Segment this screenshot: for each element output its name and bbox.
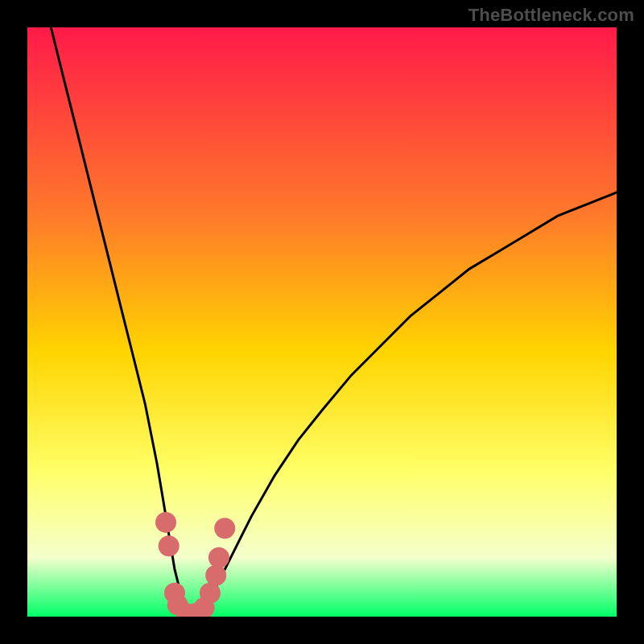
chart-svg <box>27 27 617 617</box>
curve-marker <box>214 518 235 539</box>
chart-frame: TheBottleneck.com <box>0 0 644 644</box>
curve-marker <box>205 565 226 586</box>
gradient-background <box>27 27 617 617</box>
plot-area <box>27 27 617 617</box>
watermark-text: TheBottleneck.com <box>469 5 634 26</box>
curve-marker <box>159 535 180 556</box>
curve-marker <box>155 512 176 533</box>
curve-marker <box>208 547 229 568</box>
